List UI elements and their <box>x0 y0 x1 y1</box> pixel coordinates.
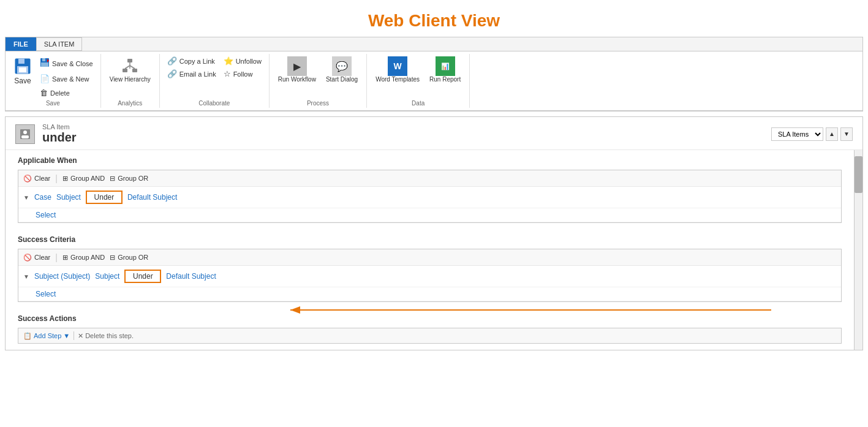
toolbar-separator-2: | <box>55 252 58 262</box>
applicable-when-value[interactable]: Default Subject <box>127 193 177 202</box>
group-and-icon-2: ⊞ <box>62 254 68 262</box>
svg-rect-15 <box>21 135 29 138</box>
process-group-buttons: ▶ Run Workflow 💬 Start Dialog <box>274 55 361 99</box>
page-title: Web Client View <box>0 0 868 37</box>
success-criteria-clear-button[interactable]: 🚫 Clear <box>23 254 50 262</box>
nav-select[interactable]: SLA Items <box>771 127 823 141</box>
run-report-icon: 📊 <box>436 56 455 76</box>
applicable-when-toolbar: 🚫 Clear | ⊞ Group AND ⊟ Group OR <box>18 170 841 187</box>
add-step-label: Add Step <box>34 332 61 339</box>
applicable-when-row: ▼ Case Subject Under Default Subject <box>18 187 841 208</box>
data-group-buttons: W Word Templates 📊 Run Report <box>372 55 464 99</box>
applicable-when-group-or-button[interactable]: ⊟ Group OR <box>110 175 148 183</box>
add-step-button[interactable]: 📋 Add Step ▼ <box>23 332 70 340</box>
email-link-icon: 🔗 <box>167 69 177 78</box>
svg-rect-3 <box>19 67 26 72</box>
word-templates-icon: W <box>388 56 407 76</box>
applicable-when-field[interactable]: Subject <box>56 193 81 202</box>
delete-step-icon: ✕ <box>78 332 83 340</box>
tab-file[interactable]: FILE <box>6 37 36 51</box>
delete-step-label: Delete this step. <box>85 332 134 339</box>
svg-line-12 <box>130 66 135 69</box>
svg-line-11 <box>125 66 130 69</box>
success-criteria-row: ▼ Subject (Subject) Subject Under Defaul… <box>18 266 841 287</box>
scrollbar-track[interactable] <box>854 150 862 350</box>
success-criteria-section: Success Criteria 🚫 Clear | ⊞ Group AND ⊟ <box>6 229 854 308</box>
success-criteria-entity[interactable]: Subject (Subject) <box>34 272 90 281</box>
applicable-when-group-and-button[interactable]: ⊞ Group AND <box>62 175 105 183</box>
collaborate-follow-group: ⭐ Unfollow ☆ Follow <box>221 55 264 80</box>
delete-step-button[interactable]: ✕ Delete this step. <box>78 332 134 340</box>
save-new-icon: 📄 <box>40 74 50 83</box>
save-new-label: Save & New <box>52 75 89 83</box>
run-workflow-button[interactable]: ▶ Run Workflow <box>274 55 320 84</box>
ribbon-group-analytics: View Hierarchy Analytics <box>101 54 160 108</box>
unfollow-label: Unfollow <box>236 58 262 65</box>
success-criteria-group-or-label: Group OR <box>118 254 148 261</box>
run-report-button[interactable]: 📊 Run Report <box>426 55 464 84</box>
follow-label: Follow <box>233 70 253 78</box>
main-content: SLA Item under SLA Items ▲ ▼ Applicable … <box>5 116 863 350</box>
applicable-when-chevron[interactable]: ▼ <box>23 194 29 201</box>
save-side-buttons: Save & Close 📄 Save & New 🗑 Delete <box>37 55 96 99</box>
record-name: under <box>42 130 77 145</box>
success-criteria-title: Success Criteria <box>18 235 842 244</box>
data-group-label: Data <box>412 100 425 107</box>
analytics-group-label: Analytics <box>118 100 142 107</box>
svg-point-14 <box>23 130 27 134</box>
delete-button[interactable]: 🗑 Delete <box>37 87 96 99</box>
start-dialog-button[interactable]: 💬 Start Dialog <box>322 55 361 84</box>
record-nav: SLA Items ▲ ▼ <box>771 127 853 141</box>
collaborate-group-label: Collaborate <box>198 100 230 107</box>
collaborate-small-group: 🔗 Copy a Link 🔗 Email a Link <box>165 55 219 80</box>
view-hierarchy-button[interactable]: View Hierarchy <box>106 55 154 84</box>
applicable-when-select-row: Select <box>18 208 841 222</box>
applicable-when-clear-button[interactable]: 🚫 Clear <box>23 175 50 183</box>
success-actions-toolbar: 📋 Add Step ▼ ✕ Delete this step. <box>18 328 842 344</box>
applicable-when-operator[interactable]: Under <box>86 191 123 204</box>
success-criteria-group-and-label: Group AND <box>70 254 105 261</box>
success-criteria-operator[interactable]: Under <box>124 270 161 283</box>
ribbon-group-data: W Word Templates 📊 Run Report Data <box>367 54 470 108</box>
nav-up-button[interactable]: ▲ <box>826 127 838 141</box>
word-templates-label: Word Templates <box>376 76 420 83</box>
applicable-when-box: 🚫 Clear | ⊞ Group AND ⊟ Group OR ▼ <box>18 170 842 223</box>
success-criteria-group-or-button[interactable]: ⊟ Group OR <box>110 254 148 262</box>
save-group-label: Save <box>46 100 60 107</box>
follow-button[interactable]: ☆ Follow <box>221 68 264 80</box>
success-actions-title: Success Actions <box>18 314 842 323</box>
success-actions-section: Success Actions 📋 Add Step ▼ ✕ Delete th… <box>6 308 854 350</box>
success-criteria-select[interactable]: Select <box>36 290 56 298</box>
svg-rect-1 <box>18 59 25 64</box>
actions-toolbar-separator <box>74 331 74 340</box>
record-type: SLA Item <box>42 123 77 130</box>
success-criteria-field[interactable]: Subject <box>95 272 119 281</box>
tab-sla-item[interactable]: SLA ITEM <box>36 37 83 51</box>
svg-rect-6 <box>41 62 48 67</box>
email-link-button[interactable]: 🔗 Email a Link <box>165 68 219 80</box>
word-templates-button[interactable]: W Word Templates <box>372 55 423 84</box>
ribbon-group-save: Save Save & Close <box>6 54 101 108</box>
run-report-label: Run Report <box>429 76 461 83</box>
start-dialog-label: Start Dialog <box>326 76 358 83</box>
save-new-button[interactable]: 📄 Save & New <box>37 73 96 85</box>
unfollow-button[interactable]: ⭐ Unfollow <box>221 55 264 67</box>
copy-link-button[interactable]: 🔗 Copy a Link <box>165 55 219 67</box>
save-button[interactable]: Save <box>10 55 35 88</box>
nav-down-button[interactable]: ▼ <box>840 127 853 141</box>
save-close-button[interactable]: Save & Close <box>37 56 96 70</box>
applicable-when-entity[interactable]: Case <box>34 193 51 202</box>
success-criteria-value[interactable]: Default Subject <box>166 272 216 281</box>
group-or-icon-1: ⊟ <box>110 175 115 183</box>
unfollow-icon: ⭐ <box>224 56 233 66</box>
email-link-label: Email a Link <box>179 70 216 78</box>
clear-icon-2: 🚫 <box>23 254 32 262</box>
ribbon-tabs: FILE SLA ITEM <box>6 37 862 51</box>
record-info: SLA Item under <box>42 123 77 145</box>
success-criteria-group-and-button[interactable]: ⊞ Group AND <box>62 254 105 262</box>
applicable-when-section: Applicable When 🚫 Clear | ⊞ Group AND ⊟ <box>6 150 854 229</box>
ribbon-group-process: ▶ Run Workflow 💬 Start Dialog Process <box>270 54 367 108</box>
success-criteria-chevron[interactable]: ▼ <box>23 273 29 280</box>
applicable-when-select[interactable]: Select <box>36 211 56 219</box>
ribbon-content: Save Save & Close <box>6 51 862 110</box>
